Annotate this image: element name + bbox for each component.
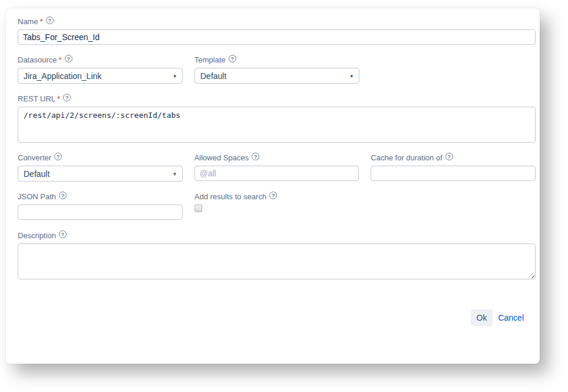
allowed-spaces-label-text: Allowed Spaces: [194, 153, 249, 162]
json-path-label-text: JSON Path: [18, 192, 56, 201]
cancel-link[interactable]: Cancel: [498, 313, 524, 322]
add-results-checkbox[interactable]: [194, 205, 202, 212]
field-description: Description ?: [18, 230, 536, 279]
chevron-down-icon: ▾: [173, 73, 176, 79]
help-icon[interactable]: ?: [54, 153, 62, 160]
datasource-label-text: Datasource: [18, 55, 57, 64]
name-input[interactable]: [18, 29, 536, 45]
template-select-value: Default: [200, 71, 226, 81]
converter-select-value: Default: [24, 169, 49, 179]
add-results-label: Add results to search ?: [194, 191, 359, 202]
field-datasource: Datasource * ? Jira_Application_Link ▾: [18, 54, 183, 84]
cache-duration-input[interactable]: [371, 166, 536, 181]
help-icon[interactable]: ?: [252, 153, 259, 160]
field-cache: Cache for duration of ?: [371, 152, 536, 182]
description-textarea[interactable]: [18, 243, 536, 279]
datasource-select[interactable]: Jira_Application_Link ▾: [18, 68, 183, 84]
help-icon[interactable]: ?: [46, 17, 54, 24]
add-results-label-text: Add results to search: [194, 192, 266, 201]
field-name: Name * ?: [18, 16, 536, 45]
allowed-spaces-label: Allowed Spaces ?: [194, 152, 359, 163]
json-path-label: JSON Path ?: [18, 191, 183, 202]
datasource-label: Datasource * ?: [18, 54, 183, 65]
converter-label: Converter ?: [18, 152, 183, 163]
help-icon[interactable]: ?: [269, 192, 277, 199]
required-marker: *: [40, 17, 43, 26]
field-converter: Converter ? Default ▾: [18, 152, 183, 182]
description-label: Description ?: [18, 230, 536, 241]
ok-button[interactable]: Ok: [471, 309, 493, 326]
field-rest-url: REST URL * ? /rest/api/2/screens/:screen…: [18, 93, 536, 143]
rest-url-label: REST URL * ?: [18, 93, 536, 104]
field-template: Template ? Default ▾: [194, 54, 359, 84]
json-path-input[interactable]: [18, 205, 183, 220]
rest-url-textarea[interactable]: /rest/api/2/screens/:screenId/tabs: [18, 107, 536, 143]
help-icon[interactable]: ?: [59, 192, 67, 199]
allowed-spaces-input[interactable]: [194, 166, 359, 181]
rest-url-label-text: REST URL: [18, 94, 55, 103]
chevron-down-icon: ▾: [173, 171, 176, 177]
datasource-select-value: Jira_Application_Link: [24, 71, 101, 81]
required-marker: *: [58, 55, 61, 64]
template-label: Template ?: [194, 54, 359, 65]
converter-label-text: Converter: [18, 153, 51, 162]
help-icon[interactable]: ?: [59, 230, 67, 238]
help-icon[interactable]: ?: [229, 55, 236, 62]
field-allowed-spaces: Allowed Spaces ?: [194, 152, 359, 182]
help-icon[interactable]: ?: [65, 55, 72, 62]
name-label-text: Name: [18, 17, 38, 26]
required-marker: *: [57, 94, 60, 103]
help-icon[interactable]: ?: [63, 94, 71, 101]
button-row: Ok Cancel: [18, 309, 536, 326]
help-icon[interactable]: ?: [445, 153, 453, 160]
cache-label: Cache for duration of ?: [371, 152, 536, 163]
chevron-down-icon: ▾: [350, 73, 353, 79]
template-select[interactable]: Default ▾: [194, 68, 359, 84]
description-label-text: Description: [18, 231, 56, 240]
template-label-text: Template: [194, 55, 226, 64]
name-label: Name * ?: [18, 16, 536, 27]
field-json-path: JSON Path ?: [18, 191, 183, 220]
converter-select[interactable]: Default ▾: [18, 166, 183, 182]
form-panel: Name * ? Datasource * ? Jira_Application…: [6, 8, 540, 364]
field-add-results: Add results to search ?: [194, 191, 359, 220]
cache-label-text: Cache for duration of: [371, 153, 442, 162]
